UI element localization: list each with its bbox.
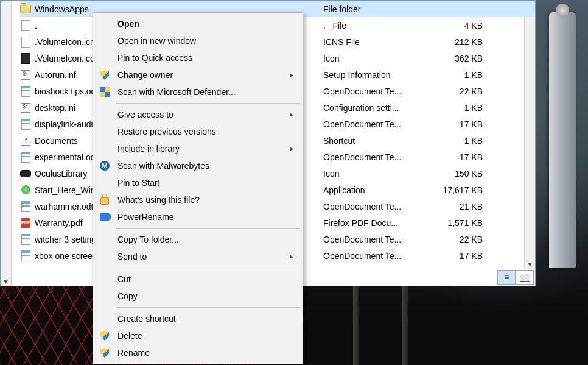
ctx-pin-start-label: Pin to Start xyxy=(117,178,159,188)
ctx-separator xyxy=(116,103,300,104)
file-icon xyxy=(20,250,31,261)
ctx-send-to-label: Send to xyxy=(117,252,147,261)
file-type: OpenDocument Te... xyxy=(323,152,428,162)
ctx-open-label: Open xyxy=(117,19,139,29)
file-type: Configuration setti... xyxy=(323,103,428,113)
file-type: File folder xyxy=(323,4,428,14)
chevron-right-icon: ▸ xyxy=(290,110,294,119)
file-size: 362 KB xyxy=(428,54,488,63)
ctx-restore-label: Restore previous versions xyxy=(117,127,216,136)
file-icon xyxy=(20,102,31,113)
file-icon xyxy=(20,135,31,146)
ctx-give-access-to[interactable]: Give access to ▸ xyxy=(94,106,301,123)
ctx-change-owner[interactable]: Change owner ▸ xyxy=(94,66,301,83)
ctx-delete-label: Delete xyxy=(117,331,142,341)
ctx-scan-defender[interactable]: Scan with Microsoft Defender... xyxy=(94,83,301,101)
file-size: 1 KB xyxy=(428,103,488,113)
shield-icon xyxy=(99,330,110,341)
file-type: OpenDocument Te... xyxy=(323,235,428,244)
shield-icon xyxy=(99,347,110,358)
file-type: Shortcut xyxy=(323,136,428,146)
shield-icon xyxy=(99,69,110,80)
file-size: 17 KB xyxy=(428,251,488,261)
ctx-change-owner-label: Change owner xyxy=(117,70,173,80)
file-type: ICNS File xyxy=(323,37,428,47)
file-icon xyxy=(20,234,31,245)
ctx-separator xyxy=(116,268,300,268)
ctx-create-shortcut[interactable]: Create shortcut xyxy=(94,310,301,327)
malwarebytes-icon: M xyxy=(99,160,110,171)
file-type: OpenDocument Te... xyxy=(323,119,428,129)
file-icon xyxy=(20,185,31,196)
chevron-right-icon: ▸ xyxy=(290,70,294,79)
file-size: 22 KB xyxy=(428,235,488,244)
ctx-give-access-label: Give access to xyxy=(117,110,173,119)
file-icon xyxy=(20,69,31,80)
file-type: OpenDocument Te... xyxy=(323,251,428,261)
ctx-pin-quick-access[interactable]: Pin to Quick access xyxy=(94,49,301,66)
chevron-right-icon: ▸ xyxy=(290,252,294,261)
nav-pane-scrollbar[interactable]: ▾ xyxy=(1,1,12,286)
file-size: 4 KB xyxy=(428,21,488,30)
ctx-powerrename-label: PowerRename xyxy=(117,212,174,222)
file-icon xyxy=(20,201,31,212)
file-icon xyxy=(20,86,31,97)
scroll-down-icon[interactable]: ▾ xyxy=(1,275,11,286)
ctx-copy[interactable]: Copy xyxy=(94,288,301,305)
ctx-copy-to-label: Copy To folder... xyxy=(117,235,179,244)
details-view-button[interactable]: ≡ xyxy=(497,270,516,285)
file-size: 1,571 KB xyxy=(428,218,488,228)
file-size: 17 KB xyxy=(428,119,488,129)
file-type: OpenDocument Te... xyxy=(323,202,428,211)
ctx-mwb-label: Scan with Malwarebytes xyxy=(117,161,209,171)
file-size: 17 KB xyxy=(428,152,488,162)
file-icon xyxy=(20,168,31,179)
ctx-pin-qa-label: Pin to Quick access xyxy=(117,53,192,63)
ctx-whats-using-file[interactable]: What's using this file? xyxy=(94,191,301,208)
ctx-separator xyxy=(116,228,300,229)
file-type: Setup Information xyxy=(323,70,428,80)
file-type: ._ File xyxy=(323,21,428,30)
file-size: 21 KB xyxy=(428,202,488,211)
ctx-open-new-label: Open in new window xyxy=(117,36,196,46)
file-icon xyxy=(20,4,31,15)
file-type: Firefox PDF Docu... xyxy=(323,218,428,228)
ctx-open[interactable]: Open xyxy=(94,15,301,32)
monitor-icon xyxy=(520,274,530,282)
file-size: 212 KB xyxy=(428,37,488,47)
context-menu[interactable]: Open Open in new window Pin to Quick acc… xyxy=(93,12,303,364)
ctx-scan-malwarebytes[interactable]: M Scan with Malwarebytes xyxy=(94,157,301,174)
chevron-right-icon: ▸ xyxy=(290,144,294,153)
file-icon: PDF xyxy=(20,218,31,229)
defender-icon xyxy=(99,87,110,97)
ctx-rename-label: Rename xyxy=(117,348,150,358)
ctx-restore-previous[interactable]: Restore previous versions xyxy=(94,123,301,140)
ctx-delete[interactable]: Delete xyxy=(94,327,301,344)
ctx-copy-to-folder[interactable]: Copy To folder... xyxy=(94,231,301,248)
file-size: 17,617 KB xyxy=(428,185,488,195)
lock-icon xyxy=(99,194,110,205)
file-size: 1 KB xyxy=(428,136,488,146)
ctx-cut-label: Cut xyxy=(117,274,131,284)
thumbnails-view-button[interactable] xyxy=(516,270,534,285)
file-icon xyxy=(20,119,31,130)
ctx-include-lib-label: Include in library xyxy=(117,144,180,154)
file-type: Icon xyxy=(323,54,428,63)
ctx-rename[interactable]: Rename xyxy=(94,344,301,361)
ctx-copy-label: Copy xyxy=(117,291,138,301)
file-icon xyxy=(20,53,31,64)
view-switcher: ≡ xyxy=(497,270,534,285)
powerrename-icon xyxy=(99,211,110,222)
ctx-create-shortcut-label: Create shortcut xyxy=(117,314,176,324)
ctx-send-to[interactable]: Send to ▸ xyxy=(94,248,301,265)
ctx-powerrename[interactable]: PowerRename xyxy=(94,208,301,225)
file-icon xyxy=(20,20,31,31)
file-type: Application xyxy=(323,185,428,195)
file-type: Icon xyxy=(323,169,428,179)
ctx-open-new-window[interactable]: Open in new window xyxy=(94,32,301,49)
file-type: OpenDocument Te... xyxy=(323,87,428,96)
ctx-cut[interactable]: Cut xyxy=(94,271,301,288)
file-icon xyxy=(20,152,31,163)
ctx-pin-to-start[interactable]: Pin to Start xyxy=(94,174,301,191)
ctx-include-in-library[interactable]: Include in library ▸ xyxy=(94,140,301,157)
